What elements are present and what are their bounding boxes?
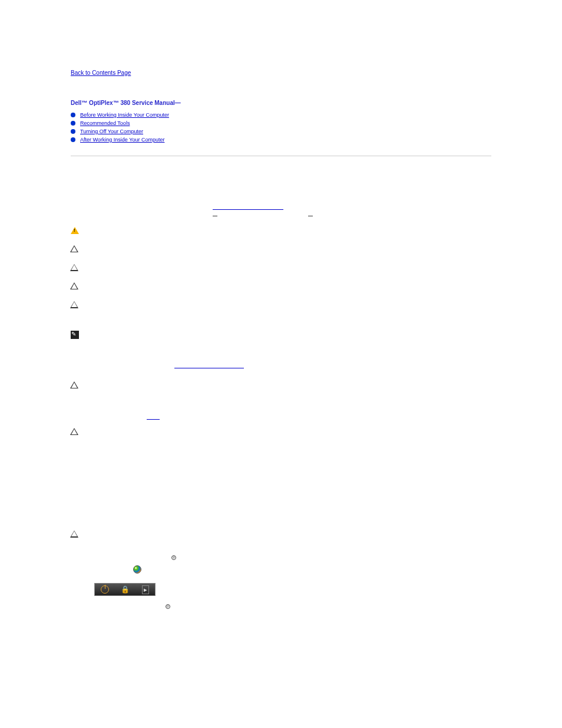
steps-block-2: xxxxxxxxxxxxxxxxxxxxxxxxxxxxxxxxxxxxxxxx… (71, 406, 491, 420)
xp-label: In Windows® XP: (94, 603, 135, 610)
caution-icon (71, 264, 78, 271)
caution-row-sysboard: CAUTION: Before touching anything inside… (71, 427, 491, 440)
note-icon (71, 331, 79, 339)
caution-icon (71, 531, 78, 538)
power-icon (101, 585, 109, 594)
caution-row-shutdown: CAUTION: To avoid losing data, save and … (71, 529, 491, 538)
caution-icon (71, 301, 78, 308)
caution-row-1: CAUTION: Only a certified service techni… (71, 244, 491, 258)
warning-row: WARNING: Before working inside your comp… (71, 226, 491, 239)
cover-link[interactable]: cover (147, 413, 160, 420)
toc-item: After Working Inside Your Computer (71, 136, 491, 144)
steps-block-1: xxxxxxxxxxxxxxxxxxxxxxxxxxxxxxxxxxxxxxxx… (71, 357, 491, 371)
toc-link-tools[interactable]: Recommended Tools (80, 119, 130, 127)
para-compliance: xxxxxxxxxxxxxxxxxxxxxxxxxxxxxxxxxxxxxxxx… (71, 197, 491, 219)
caution-text-4: CAUTION: When you disconnect a cable, pu… (84, 300, 491, 321)
click-start-label: xxxxxxxxxxxxx (94, 566, 130, 574)
caution-shutdown: CAUTION: To avoid losing data, save and … (84, 529, 491, 538)
toc-link-after-working[interactable]: After Working Inside Your Computer (80, 136, 164, 144)
start-menu-shutdown-bar: 🔒 ▸ (94, 583, 156, 596)
vista-label: In Windows Vista®: (94, 554, 140, 561)
caution-icon (71, 381, 78, 388)
toc-link-turn-off[interactable]: Turning Off Your Computer (80, 127, 143, 136)
compliance-link[interactable] (213, 205, 283, 210)
note-row: NOTE: The color of your computer and cer… (71, 330, 491, 339)
back-to-contents-link[interactable]: Back to Contents Page (71, 70, 131, 76)
registered-icon: ® (166, 604, 170, 609)
warning-icon (71, 227, 79, 234)
caution-text-2: CAUTION: To avoid electrostatic discharg… (84, 263, 491, 276)
start-orb-icon (133, 565, 141, 574)
caution-row-3: CAUTION: Handle components and cards wit… (71, 281, 491, 295)
caution-row-2: CAUTION: To avoid electrostatic discharg… (71, 263, 491, 276)
vista-row: In Windows Vista®: ® (94, 554, 491, 561)
bullet-icon (71, 137, 75, 142)
xp-row: In Windows® XP: ® (94, 603, 491, 610)
caution-icon (71, 428, 78, 435)
caution-icon (71, 282, 78, 289)
caution-text-3: CAUTION: Handle components and cards wit… (84, 281, 491, 295)
note-text: NOTE: The color of your computer and cer… (85, 330, 491, 339)
caution-sysboard: CAUTION: Before touching anything inside… (84, 427, 491, 440)
bullet-icon (71, 113, 75, 117)
lock-icon: 🔒 (121, 585, 130, 594)
caution-row-4: CAUTION: When you disconnect a cable, pu… (71, 300, 491, 321)
toc-link-before-working[interactable]: Before Working Inside Your Computer (80, 111, 169, 119)
toc-item: Turning Off Your Computer (71, 127, 491, 136)
caution-row-network: CAUTION: To disconnect a network cable, … (71, 380, 491, 388)
warning-text: WARNING: Before working inside your comp… (85, 226, 491, 239)
registered-icon: ® (171, 555, 176, 560)
caution-network: CAUTION: To disconnect a network cable, … (84, 380, 491, 388)
vista-instr: Click Start , then click the arrow in th… (145, 566, 491, 574)
toc-item: Recommended Tools (71, 119, 491, 127)
caution-text-1: CAUTION: Only a certified service techni… (84, 244, 491, 258)
bullet-icon (71, 121, 75, 126)
manual-subtitle: Dell™ OptiPlex™ 380 Service Manual— (71, 100, 491, 106)
toc-item: Before Working Inside Your Computer (71, 111, 491, 119)
turn-off-link[interactable] (174, 363, 244, 368)
bullet-icon (71, 129, 75, 134)
toc-list: Before Working Inside Your Computer Reco… (71, 111, 491, 144)
arrow-icon: ▸ (142, 585, 149, 594)
shutdown-bar-row: 🔒 ▸ (94, 583, 491, 596)
caution-icon (71, 245, 78, 252)
vista-orb-row: xxxxxxxxxxxxx Click Start , then click t… (94, 565, 491, 574)
